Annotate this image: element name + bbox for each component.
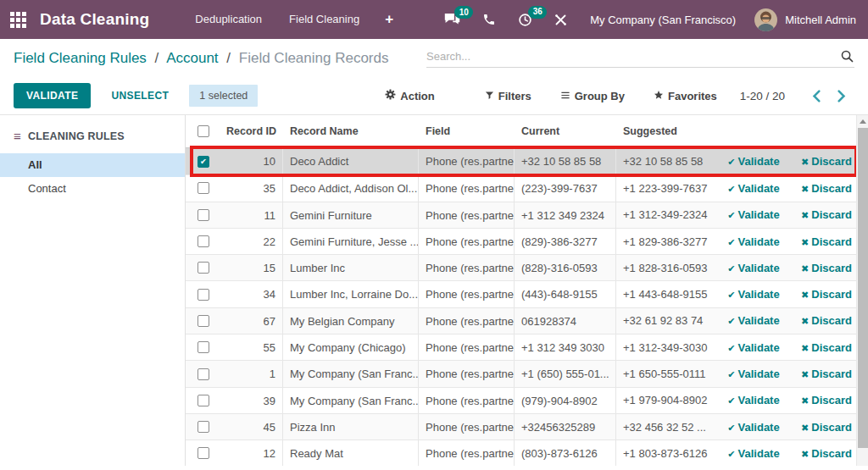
top-navbar: Data Cleaning Deduplication Field Cleani… <box>0 0 868 39</box>
row-checkbox[interactable] <box>198 421 209 433</box>
row-validate-button[interactable]: ✔Validate <box>727 155 779 168</box>
current-value-cell: +32456325289 <box>515 414 616 440</box>
search-input[interactable] <box>426 50 840 63</box>
favorites-button[interactable]: Favorites <box>654 90 717 102</box>
row-discard-button[interactable]: ✖Discard <box>801 368 852 380</box>
record-name-cell: Gemini Furniture <box>283 202 419 228</box>
table-row[interactable]: 67 My Belgian Company Phone (res.partner… <box>186 307 856 334</box>
table-row[interactable]: 39 My Company (San Franc... Phone (res.p… <box>186 387 856 413</box>
row-discard-button[interactable]: ✖Discard <box>801 288 852 301</box>
table-row[interactable]: 22 Gemini Furniture, Jesse ... Phone (re… <box>186 228 856 254</box>
row-discard-button[interactable]: ✖Discard <box>801 341 852 354</box>
vertical-scrollbar[interactable] <box>856 115 868 466</box>
select-all-checkbox[interactable] <box>198 125 209 137</box>
company-switcher[interactable]: My Company (San Francisco) <box>590 14 736 26</box>
row-checkbox[interactable] <box>198 368 209 380</box>
pager-previous-icon[interactable] <box>804 90 829 102</box>
row-discard-button[interactable]: ✖Discard <box>801 314 852 327</box>
row-discard-button[interactable]: ✖Discard <box>801 394 852 406</box>
menu-deduplication[interactable]: Deduplication <box>181 0 275 39</box>
row-discard-button[interactable]: ✖Discard <box>801 235 852 248</box>
menu-field-cleaning[interactable]: Field Cleaning <box>275 0 373 39</box>
table-row[interactable]: 34 Lumber Inc, Lorraine Do... Phone (res… <box>186 280 856 307</box>
row-checkbox[interactable] <box>198 156 209 168</box>
header-record-id[interactable]: Record ID <box>215 125 283 137</box>
table-row[interactable]: 55 My Company (Chicago) Phone (res.partn… <box>186 334 856 360</box>
row-checkbox[interactable] <box>198 315 209 327</box>
row-validate-button[interactable]: ✔Validate <box>727 182 779 195</box>
table-row[interactable]: 1 My Company (San Franc... Phone (res.pa… <box>186 360 856 386</box>
row-discard-button[interactable]: ✖Discard <box>801 447 852 460</box>
row-checkbox[interactable] <box>198 262 209 274</box>
add-menu-button[interactable]: + <box>373 11 405 28</box>
row-validate-button[interactable]: ✔Validate <box>727 341 779 354</box>
pager-range: 1-20 / 20 <box>740 90 785 102</box>
row-checkbox[interactable] <box>198 395 209 406</box>
app-title[interactable]: Data Cleaning <box>40 10 149 29</box>
filters-button[interactable]: Filters <box>485 90 531 102</box>
row-validate-button[interactable]: ✔Validate <box>727 288 779 301</box>
table-row[interactable]: 45 Pizza Inn Phone (res.partner) +324563… <box>186 413 856 440</box>
x-icon: ✖ <box>801 237 809 247</box>
check-icon: ✔ <box>727 290 735 300</box>
tools-button[interactable] <box>554 14 567 26</box>
row-validate-button[interactable]: ✔Validate <box>727 368 779 380</box>
row-validate-button[interactable]: ✔Validate <box>727 262 779 274</box>
current-value-cell: +1 312 349 3030 <box>515 335 616 360</box>
row-validate-button[interactable]: ✔Validate <box>727 314 779 327</box>
current-value-cell: (828)-316-0593 <box>515 255 616 280</box>
record-id-cell: 15 <box>215 255 283 280</box>
group-by-button[interactable]: Group By <box>560 90 625 102</box>
row-checkbox[interactable] <box>198 447 209 459</box>
messages-badge: 10 <box>454 6 473 19</box>
table-row[interactable]: 11 Gemini Furniture Phone (res.partner) … <box>186 202 856 228</box>
breadcrumb-separator: / <box>151 50 164 66</box>
row-discard-button[interactable]: ✖Discard <box>801 421 852 434</box>
row-checkbox[interactable] <box>198 182 209 194</box>
sidebar-item-all[interactable]: All <box>0 153 185 177</box>
breadcrumb-link-account[interactable]: Account <box>166 50 218 66</box>
table-row[interactable]: 35 Deco Addict, Addison Ol... Phone (res… <box>186 174 856 201</box>
validate-button[interactable]: VALIDATE <box>14 83 91 108</box>
user-menu[interactable]: Mitchell Admin <box>785 14 856 26</box>
row-checkbox[interactable] <box>198 289 209 301</box>
scrollbar-up-arrow[interactable] <box>860 119 866 124</box>
pager-next-icon[interactable] <box>829 90 854 102</box>
row-discard-button[interactable]: ✖Discard <box>801 155 852 168</box>
x-icon: ✖ <box>801 423 809 433</box>
row-discard-button[interactable]: ✖Discard <box>801 208 852 221</box>
suggested-value-cell: +32 456 32 52 ... <box>616 421 716 434</box>
sidebar-item-contact[interactable]: Contact <box>0 177 185 201</box>
row-validate-button[interactable]: ✔Validate <box>727 421 779 434</box>
apps-menu-icon[interactable] <box>10 12 26 28</box>
search-icon[interactable] <box>840 49 854 64</box>
row-discard-button[interactable]: ✖Discard <box>801 262 852 274</box>
row-validate-button[interactable]: ✔Validate <box>727 235 779 248</box>
action-menu[interactable]: Action <box>385 89 434 102</box>
unselect-button[interactable]: UNSELECT <box>103 83 177 108</box>
row-checkbox[interactable] <box>198 341 209 353</box>
x-icon: ✖ <box>801 395 809 406</box>
row-checkbox[interactable] <box>198 235 209 247</box>
row-validate-button[interactable]: ✔Validate <box>727 447 779 460</box>
x-icon: ✖ <box>801 290 809 300</box>
breadcrumb-link-rules[interactable]: Field Cleaning Rules <box>14 50 147 66</box>
header-record-name[interactable]: Record Name <box>283 125 419 137</box>
activities-button[interactable]: 36 <box>518 13 532 27</box>
row-validate-button[interactable]: ✔Validate <box>727 394 779 406</box>
row-discard-button[interactable]: ✖Discard <box>801 182 852 195</box>
header-suggested[interactable]: Suggested <box>616 125 716 137</box>
scrollbar-thumb[interactable] <box>858 128 868 448</box>
row-checkbox[interactable] <box>198 209 209 221</box>
voip-button[interactable] <box>482 13 496 26</box>
record-name-cell: Deco Addict <box>283 148 419 174</box>
header-field[interactable]: Field <box>419 125 515 137</box>
avatar[interactable] <box>754 8 777 31</box>
table-row[interactable]: 15 Lumber Inc Phone (res.partner) (828)-… <box>186 254 856 280</box>
table-row[interactable]: 12 Ready Mat Phone (res.partner) (803)-8… <box>186 440 856 466</box>
tools-icon <box>554 14 567 26</box>
header-current[interactable]: Current <box>515 125 616 137</box>
row-validate-button[interactable]: ✔Validate <box>727 208 779 221</box>
table-row[interactable]: 10 Deco Addict Phone (res.partner) +32 1… <box>186 148 856 174</box>
messages-button[interactable]: 10 <box>444 13 460 26</box>
